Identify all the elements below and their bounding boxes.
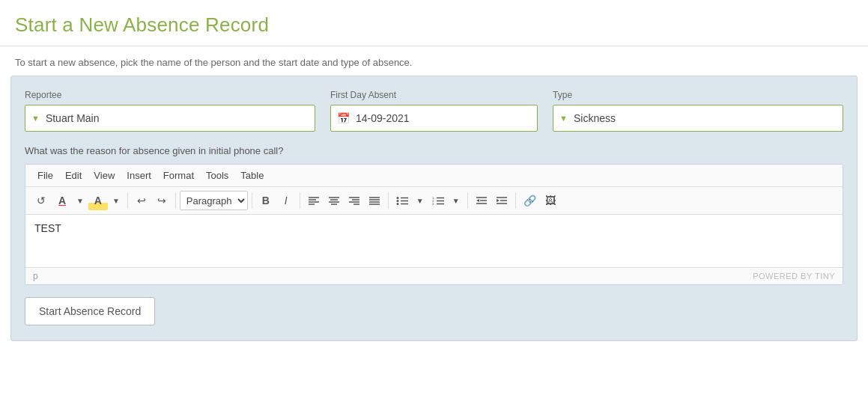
question-label: What was the reason for absence given in… bbox=[25, 145, 843, 156]
history-icon[interactable]: ↺ bbox=[31, 191, 51, 210]
separator-4 bbox=[300, 192, 300, 209]
separator-6 bbox=[467, 192, 468, 209]
first-day-field-group: First Day Absent 📅 14-09-2021 bbox=[330, 90, 538, 132]
image-button[interactable]: 🖼 bbox=[541, 191, 560, 210]
bullet-list-button[interactable] bbox=[392, 191, 412, 210]
italic-button[interactable]: I bbox=[276, 191, 296, 210]
separator-2 bbox=[175, 192, 176, 209]
separator-7 bbox=[515, 192, 516, 209]
type-label: Type bbox=[553, 90, 843, 100]
align-left-button[interactable] bbox=[304, 191, 324, 210]
indent-decrease-button[interactable] bbox=[472, 191, 491, 210]
type-field-group: Type ▼ Sickness bbox=[553, 90, 843, 132]
redo-button[interactable]: ↪ bbox=[152, 191, 172, 210]
type-dropdown[interactable]: ▼ Sickness bbox=[553, 105, 843, 132]
ordered-list-button[interactable]: 1.2.3. bbox=[428, 191, 448, 210]
fields-row: Reportee ▼ Stuart Main First Day Absent … bbox=[25, 90, 843, 132]
type-dropdown-arrow: ▼ bbox=[559, 114, 568, 123]
list-group: ▼ 1.2.3. ▼ bbox=[392, 191, 464, 210]
font-color-button[interactable]: A bbox=[52, 191, 72, 210]
editor-brand: POWERED BY TINY bbox=[753, 272, 835, 281]
indent-increase-button[interactable] bbox=[492, 191, 512, 210]
editor-content-area[interactable]: TEST bbox=[25, 215, 843, 267]
calendar-icon: 📅 bbox=[337, 112, 350, 124]
menu-format[interactable]: Format bbox=[157, 168, 200, 183]
svg-point-20 bbox=[396, 203, 398, 205]
font-color-dropdown[interactable]: ▼ bbox=[73, 191, 88, 210]
separator-3 bbox=[252, 192, 252, 209]
svg-text:3.: 3. bbox=[432, 202, 434, 205]
bold-button[interactable]: B bbox=[256, 191, 276, 210]
rich-text-editor: File Edit View Insert Format Tools Table… bbox=[25, 164, 843, 285]
editor-toolbar: ↺ A ▼ A ▼ ↩ ↪ Paragraph Heading 1 bbox=[25, 187, 843, 215]
menu-file[interactable]: File bbox=[31, 168, 59, 183]
editor-footer: p POWERED BY TINY bbox=[25, 267, 843, 284]
editor-menubar: File Edit View Insert Format Tools Table bbox=[25, 165, 843, 187]
form-container: Reportee ▼ Stuart Main First Day Absent … bbox=[10, 76, 858, 341]
bold-italic-group: B I bbox=[256, 191, 296, 210]
highlight-button[interactable]: A bbox=[88, 191, 108, 210]
start-absence-record-button[interactable]: Start Absence Record bbox=[25, 297, 155, 325]
editor-footer-p: p bbox=[33, 271, 38, 281]
link-button[interactable]: 🔗 bbox=[520, 191, 540, 210]
reportee-label: Reportee bbox=[25, 90, 315, 100]
reportee-dropdown[interactable]: ▼ Stuart Main bbox=[25, 105, 315, 132]
svg-marker-33 bbox=[497, 199, 500, 202]
page-subtitle: To start a new absence, pick the name of… bbox=[0, 46, 868, 76]
link-image-group: 🔗 🖼 bbox=[520, 191, 560, 210]
menu-edit[interactable]: Edit bbox=[59, 168, 88, 183]
reportee-value: Stuart Main bbox=[46, 112, 309, 124]
font-color-group: A ▼ A ▼ bbox=[52, 191, 124, 210]
first-day-value: 14-09-2021 bbox=[356, 112, 531, 124]
menu-table[interactable]: Table bbox=[234, 168, 270, 183]
bullet-list-dropdown[interactable]: ▼ bbox=[413, 191, 428, 210]
align-right-button[interactable] bbox=[345, 191, 364, 210]
menu-view[interactable]: View bbox=[88, 168, 121, 183]
indent-group bbox=[472, 191, 512, 210]
undo-button[interactable]: ↩ bbox=[132, 191, 151, 210]
alignment-group bbox=[304, 191, 384, 210]
first-day-input[interactable]: 📅 14-09-2021 bbox=[330, 105, 538, 132]
ordered-list-dropdown[interactable]: ▼ bbox=[449, 191, 464, 210]
paragraph-select[interactable]: Paragraph Heading 1 Heading 2 bbox=[180, 191, 248, 210]
align-justify-button[interactable] bbox=[365, 191, 384, 210]
svg-point-18 bbox=[396, 200, 398, 202]
separator-5 bbox=[388, 192, 389, 209]
reportee-dropdown-arrow: ▼ bbox=[31, 114, 40, 123]
page-title: Start a New Absence Record bbox=[15, 13, 853, 37]
svg-marker-29 bbox=[476, 199, 479, 202]
menu-tools[interactable]: Tools bbox=[200, 168, 234, 183]
editor-text: TEST bbox=[34, 222, 61, 234]
svg-point-16 bbox=[396, 197, 398, 199]
reportee-field-group: Reportee ▼ Stuart Main bbox=[25, 90, 315, 132]
separator-1 bbox=[127, 192, 128, 209]
first-day-label: First Day Absent bbox=[330, 90, 538, 100]
highlight-dropdown[interactable]: ▼ bbox=[109, 191, 124, 210]
undo-redo-group: ↩ ↪ bbox=[132, 191, 172, 210]
history-group: ↺ bbox=[31, 191, 51, 210]
menu-insert[interactable]: Insert bbox=[121, 168, 157, 183]
align-center-button[interactable] bbox=[324, 191, 344, 210]
type-value: Sickness bbox=[574, 112, 837, 124]
